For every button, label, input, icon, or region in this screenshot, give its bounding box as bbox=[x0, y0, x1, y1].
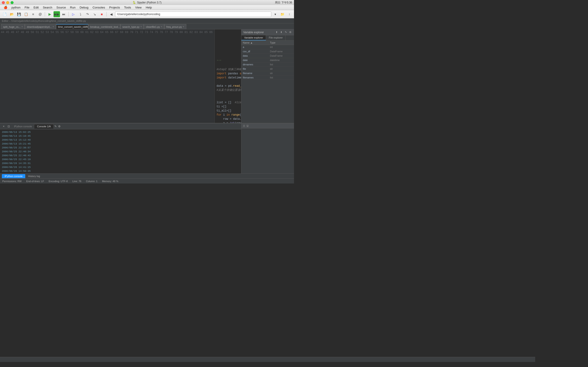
step-in-btn[interactable]: ↘ bbox=[91, 11, 98, 17]
var-row-date[interactable]: date datetime bbox=[242, 58, 294, 62]
new-file-btn[interactable]: 📄 bbox=[1, 11, 8, 17]
tab-cleanfile[interactable]: cleanfile1.py × bbox=[144, 24, 164, 29]
tab-searchtype[interactable]: search_type.py × bbox=[120, 24, 144, 29]
console-tab-ipython-label: IPython console bbox=[12, 124, 34, 128]
address-bar[interactable]: /Users/gabrielle/code/pythoncoding bbox=[115, 11, 271, 17]
menu-run[interactable]: Run bbox=[68, 5, 78, 10]
toolbar: 📄 📂 💾 📋 ≡ @ ▶ ▶▶ ⏭ ▷ ⤵ ↷ ↘ ■ ◀ /Users/ga… bbox=[0, 10, 294, 18]
console-header: × ⊡ IPython console Console 1/A ✎ ⚙ bbox=[0, 123, 241, 129]
menu-search[interactable]: Search bbox=[41, 5, 54, 10]
menu-bar: 🍎 python File Edit Search Source Run Deb… bbox=[0, 5, 294, 10]
editor-header: Editor – /Users/gabrielle/code/pythoncod… bbox=[0, 18, 294, 23]
settings-btn[interactable]: ⚙ bbox=[288, 31, 292, 34]
var-table-header: Name ▲ Type bbox=[242, 41, 294, 45]
var-row-data[interactable]: data DataFrame bbox=[242, 54, 294, 58]
menu-apple[interactable]: 🍎 bbox=[2, 5, 9, 10]
browse-btn[interactable]: 📁 bbox=[279, 11, 285, 17]
title-bar: 🐍 Spyder (Python 3.7) 周日 下午5:36 bbox=[0, 0, 294, 5]
close-button[interactable] bbox=[2, 1, 5, 4]
console-main: × ⊡ IPython console Console 1/A ✎ ⚙ 2006… bbox=[0, 123, 241, 173]
step-btn[interactable]: ⤵ bbox=[77, 11, 84, 17]
code-content[interactable]: ''' #step2 转换三种格式；将转换的格式打印在列表里；并保存到文件 im… bbox=[215, 29, 241, 123]
var-row-dirnames[interactable]: dirnames list bbox=[242, 62, 294, 67]
list-btn[interactable]: ≡ bbox=[30, 11, 36, 17]
tab-freqproun[interactable]: freq_proun.py × bbox=[164, 24, 186, 29]
tab-close-split[interactable]: × bbox=[21, 25, 23, 28]
menu-projects[interactable]: Projects bbox=[107, 5, 122, 10]
console-right-body bbox=[242, 128, 294, 173]
tab-close-freqproun[interactable]: × bbox=[183, 25, 184, 28]
sep3 bbox=[106, 12, 107, 17]
open-btn[interactable]: 📂 bbox=[9, 11, 15, 17]
import-btn[interactable]: ⬆ bbox=[275, 31, 278, 34]
step-over-btn[interactable]: ↷ bbox=[84, 11, 91, 17]
edit-btn[interactable]: ✎ bbox=[284, 31, 288, 34]
minimize-button[interactable] bbox=[6, 1, 9, 4]
dropdown-btn[interactable]: ▾ bbox=[272, 11, 278, 17]
var-table: a int csv_df DataFrame data DataFrame da… bbox=[242, 45, 294, 123]
line-numbers: 44 45 46 47 48 49 50 51 52 53 54 55 56 5… bbox=[0, 29, 215, 123]
tab-bar: split_huge_cs... × downloadpapersbyd... … bbox=[0, 23, 294, 29]
bottom-wrapper: × ⊡ IPython console Console 1/A ✎ ⚙ 2006… bbox=[0, 123, 294, 173]
var-row-filename[interactable]: filename str bbox=[242, 71, 294, 75]
tab-timeconvert[interactable]: time_convert_savein_oldfile... × bbox=[56, 24, 88, 29]
code-editor[interactable]: 44 45 46 47 48 49 50 51 52 53 54 55 56 5… bbox=[0, 29, 241, 123]
tab-var-explorer[interactable]: Variable explorer bbox=[242, 35, 266, 40]
tab-history-log[interactable]: History log bbox=[25, 174, 43, 178]
status-column: Column: 1 bbox=[86, 180, 97, 183]
at-btn[interactable]: @ bbox=[37, 11, 43, 17]
menu-file[interactable]: File bbox=[23, 5, 31, 10]
console-tab-console1[interactable]: Console 1/A bbox=[34, 124, 54, 129]
var-row-a[interactable]: a int bbox=[242, 45, 294, 49]
tab-download[interactable]: downloadpapersbyd... × bbox=[25, 24, 56, 29]
console-line-6: 2006/08/25 22:40:43 bbox=[2, 154, 239, 158]
tab-file-explorer[interactable]: File explorer bbox=[266, 35, 286, 40]
window-title: 🐍 Spyder (Python 3.7) bbox=[132, 1, 162, 4]
console-body: 2006/08/13 15:02:25 2006/08/13 15:10:45 … bbox=[0, 129, 241, 173]
tab-split[interactable]: split_huge_cs... × bbox=[1, 24, 25, 29]
variable-explorer-header: Variable explorer ⬆ ⬇ ✎ ⚙ bbox=[242, 29, 294, 35]
menu-debug[interactable]: Debug bbox=[78, 5, 90, 10]
tab-close-download[interactable]: × bbox=[52, 25, 54, 28]
menu-tools[interactable]: Tools bbox=[122, 5, 133, 10]
var-row-filenames[interactable]: filenames list bbox=[242, 75, 294, 80]
menu-source[interactable]: Source bbox=[55, 5, 68, 10]
console-float-btn[interactable]: ⊡ bbox=[7, 125, 10, 128]
run-btn[interactable]: ▶ bbox=[46, 11, 53, 17]
run-cell-btn[interactable]: ⏭ bbox=[61, 11, 67, 17]
col-type-header: Type bbox=[270, 41, 293, 44]
export-btn[interactable]: ⬇ bbox=[279, 31, 283, 34]
up-btn[interactable]: ↑ bbox=[286, 11, 293, 17]
menu-help[interactable]: Help bbox=[144, 5, 154, 10]
console-edit-btn[interactable]: ✎ bbox=[54, 125, 57, 128]
title-bar-right: 周日 下午5:36 bbox=[275, 1, 292, 5]
console-close-btn[interactable]: × bbox=[2, 125, 6, 128]
menu-view[interactable]: View bbox=[133, 5, 144, 10]
sep2 bbox=[69, 12, 69, 17]
menu-python[interactable]: python bbox=[10, 5, 22, 10]
tab-breakup[interactable]: breakup_combineid_bod... × bbox=[88, 24, 120, 29]
menu-edit[interactable]: Edit bbox=[32, 5, 40, 10]
console-line-5: 2006/08/25 22:40:34 bbox=[2, 150, 239, 154]
tab-close-cleanfile[interactable]: × bbox=[161, 25, 162, 28]
app-icon: 🐍 bbox=[132, 1, 136, 4]
fullscreen-button[interactable] bbox=[10, 1, 14, 4]
var-row-csv_df[interactable]: csv_df DataFrame bbox=[242, 49, 294, 54]
stop-btn[interactable]: ■ bbox=[99, 11, 105, 17]
tab-close-searchtype[interactable]: × bbox=[140, 25, 142, 28]
menu-consoles[interactable]: Consoles bbox=[91, 5, 107, 10]
tab-ipython-console[interactable]: IPython console bbox=[2, 174, 25, 178]
console-line-7: 2006/08/25 22:45:19 bbox=[2, 158, 239, 161]
run-file-btn[interactable]: ▶▶ bbox=[53, 11, 60, 17]
traffic-lights[interactable] bbox=[2, 1, 14, 4]
debug-btn[interactable]: ▷ bbox=[70, 11, 77, 17]
status-encoding: Encoding: UTF-8 bbox=[49, 180, 68, 183]
back-btn[interactable]: ◀ bbox=[108, 11, 114, 17]
var-row-file[interactable]: file str bbox=[242, 67, 294, 71]
console-settings-btn[interactable]: ⚙ bbox=[57, 125, 61, 128]
console-line-3: 2006/08/13 15:21:45 bbox=[2, 142, 239, 146]
save-btn[interactable]: 💾 bbox=[16, 11, 22, 17]
variable-explorer-panel: Variable explorer ⬆ ⬇ ✎ ⚙ Variable explo… bbox=[241, 29, 294, 123]
save-as-btn[interactable]: 📋 bbox=[23, 11, 29, 17]
console-line-1: 2006/08/13 15:10:45 bbox=[2, 134, 239, 138]
